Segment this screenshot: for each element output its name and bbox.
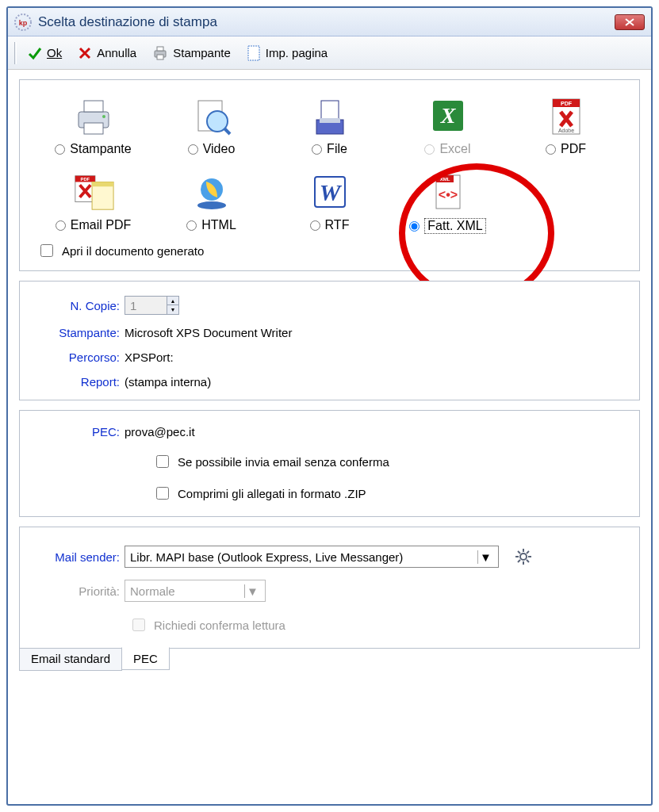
report-value: (stampa interna) — [125, 375, 211, 389]
tab-pec[interactable]: PEC — [121, 647, 170, 670]
radio-video[interactable]: Video — [188, 142, 236, 156]
svg-text:PDF: PDF — [80, 177, 90, 182]
radio-stampante[interactable]: Stampante — [55, 142, 131, 156]
svg-rect-26 — [92, 182, 113, 186]
toolbar: Ok Annulla Stampante Imp. pagina — [8, 36, 651, 70]
svg-text:W: W — [319, 179, 342, 205]
stampante-value: Microsoft XPS Document Writer — [125, 326, 292, 339]
spin-down[interactable]: ▼ — [167, 305, 178, 314]
emailpdf-dest-icon: PDF — [72, 170, 115, 213]
svg-line-40 — [518, 551, 520, 553]
cancel-button[interactable]: Annulla — [70, 43, 144, 63]
svg-line-43 — [518, 560, 520, 562]
svg-line-41 — [527, 560, 529, 562]
spin-up[interactable]: ▲ — [167, 297, 178, 305]
mail-settings-button[interactable] — [510, 545, 537, 569]
content-area: Stampante Video File X — [8, 70, 651, 680]
printer-dest-icon — [72, 94, 115, 137]
dialog-window: kp Scelta destinazione di stampa Ok Annu… — [6, 6, 653, 806]
dropdown-arrow-icon[interactable]: ▼ — [477, 550, 493, 564]
open-generated-checkbox[interactable]: Apri il documento generato — [37, 242, 622, 259]
pec-group: PEC: prova@pec.it Se possibile invia ema… — [19, 410, 640, 517]
svg-rect-5 — [248, 46, 259, 60]
radio-excel[interactable]: Excel — [424, 142, 470, 156]
svg-text:PDF: PDF — [561, 101, 573, 106]
mail-sender-group: Mail sender: Libr. MAPI base (Outlook Ex… — [19, 527, 640, 649]
svg-rect-7 — [84, 101, 103, 112]
title-bar: kp Scelta destinazione di stampa — [8, 8, 651, 36]
page-icon — [247, 45, 261, 61]
svg-line-42 — [527, 551, 529, 553]
svg-rect-8 — [84, 123, 103, 134]
app-icon: kp — [14, 13, 32, 31]
percorso-label: Percorso: — [36, 350, 125, 364]
printer-icon — [152, 45, 168, 61]
radio-pdf[interactable]: PDF — [546, 142, 586, 156]
mailsender-label: Mail sender: — [36, 550, 125, 564]
priorita-select: Normale ▼ — [125, 580, 266, 602]
svg-point-28 — [197, 201, 226, 209]
priorita-label: Priorità: — [36, 584, 125, 598]
radio-file[interactable]: File — [312, 142, 347, 156]
ok-button[interactable]: Ok — [20, 43, 70, 63]
svg-line-12 — [224, 128, 230, 134]
radio-emailpdf[interactable]: Email PDF — [56, 218, 131, 232]
ncopie-spinner[interactable]: ▲▼ — [125, 296, 179, 315]
svg-text:XML: XML — [439, 177, 450, 182]
video-dest-icon — [190, 94, 233, 137]
svg-text:<•>: <•> — [438, 188, 457, 201]
tab-email-standard[interactable]: Email standard — [19, 648, 122, 671]
file-dest-icon — [308, 94, 351, 137]
ncopie-label: N. Copie: — [36, 299, 125, 312]
confirm-read-checkbox: Richiedi conferma lettura — [129, 616, 285, 634]
stampante-label: Stampante: — [36, 326, 125, 339]
svg-point-9 — [102, 115, 105, 118]
svg-text:X: X — [439, 103, 456, 128]
pdf-dest-icon: PDFAdobe — [545, 94, 588, 137]
close-button[interactable] — [615, 14, 645, 30]
compress-zip-checkbox[interactable]: Comprimi gli allegati in formato .ZIP — [153, 485, 366, 502]
rtf-dest-icon: W — [308, 170, 351, 213]
mail-tabs: Email standard PEC — [19, 648, 640, 671]
printer-button[interactable]: Stampante — [144, 42, 239, 64]
radio-rtf[interactable]: RTF — [310, 218, 350, 232]
excel-dest-icon: X — [427, 94, 469, 137]
check-icon — [28, 46, 42, 60]
print-info-group: N. Copie: ▲▼ Stampante: Microsoft XPS Do… — [19, 281, 640, 400]
svg-point-35 — [520, 553, 527, 560]
window-title: Scelta destinazione di stampa — [38, 14, 615, 30]
svg-rect-4 — [157, 55, 163, 59]
percorso-value: XPSPort: — [125, 350, 174, 364]
dropdown-arrow-icon: ▼ — [244, 584, 260, 598]
html-dest-icon — [190, 170, 233, 213]
toolbar-separator — [14, 42, 17, 64]
svg-text:kp: kp — [19, 19, 28, 27]
xml-dest-icon: XML<•> — [427, 170, 469, 213]
report-label: Report: — [36, 375, 125, 389]
svg-rect-15 — [320, 118, 340, 123]
radio-fattxml[interactable]: Fatt. XML — [409, 218, 485, 234]
pec-label: PEC: — [36, 425, 125, 439]
svg-text:Adobe: Adobe — [557, 128, 573, 133]
gear-icon — [515, 548, 532, 565]
radio-html[interactable]: HTML — [186, 218, 236, 232]
x-icon — [78, 46, 92, 60]
page-setup-button[interactable]: Imp. pagina — [239, 42, 335, 64]
send-noconfirm-checkbox[interactable]: Se possibile invia email senza conferma — [153, 453, 389, 470]
svg-rect-3 — [157, 47, 163, 51]
destination-group: Stampante Video File X — [19, 79, 640, 271]
mailsender-select[interactable]: Libr. MAPI base (Outlook Express, Live M… — [125, 546, 499, 568]
pec-email: prova@pec.it — [125, 425, 195, 439]
